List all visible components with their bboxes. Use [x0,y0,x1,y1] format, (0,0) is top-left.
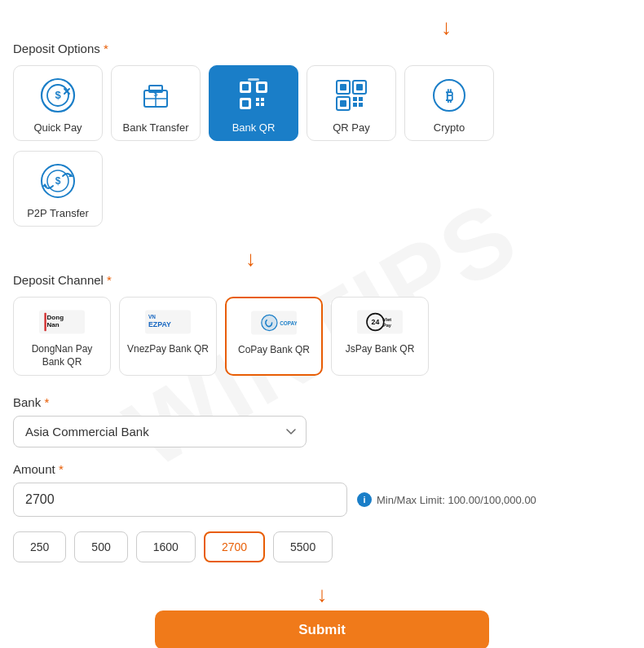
amount-field-section: Amount * i Min/Max Limit: 100.00/100,000… [13,462,631,517]
svg-rect-18 [256,103,259,106]
copay-label: CoPay Bank QR [238,344,310,357]
p2p-transfer-icon: $ [37,160,79,202]
svg-rect-11 [242,84,249,90]
quick-amount-250[interactable]: 250 [13,531,66,562]
svg-marker-37 [42,183,47,187]
svg-rect-22 [340,84,346,90]
submit-button[interactable]: Submit [155,611,489,648]
vnezpay-label: VnezPay Bank QR [127,343,209,356]
svg-text:VN: VN [148,314,156,320]
svg-rect-19 [261,103,264,106]
qr-pay-label: QR Pay [333,121,370,134]
limit-info: i Min/Max Limit: 100.00/100,000.00 [357,492,536,507]
svg-rect-15 [242,100,249,107]
quick-amounts: 250 500 1600 2700 5500 [13,531,631,562]
bank-qr-label: Bank QR [232,121,276,134]
info-icon: i [357,492,372,507]
crypto-label: Crypto [434,121,465,134]
p2p-transfer-label: P2P Transfer [27,207,89,219]
svg-rect-24 [356,84,363,90]
dongnan-label: DongNan Pay Bank QR [20,343,104,368]
amount-input[interactable] [13,483,347,517]
limit-text: Min/Max Limit: 100.00/100,000.00 [377,494,536,506]
deposit-options-arrow-icon: ↓ [441,15,452,40]
bank-qr-icon [232,74,275,117]
vnezpay-icon: VN EZPAY [145,306,191,338]
quick-pay-icon: $ [37,74,79,117]
quick-amount-2700[interactable]: 2700 [204,531,265,562]
submit-area: ↓ Submit [13,582,631,648]
quick-amount-500[interactable]: 500 [74,531,127,562]
dongnan-icon: Dong Nan [39,306,85,338]
deposit-options-label: Deposit Options * [13,42,631,55]
svg-rect-26 [340,100,346,107]
channel-dongnan[interactable]: Dong Nan DongNan Pay Bank QR [13,297,111,376]
svg-text:$: $ [55,89,61,101]
option-p2p-transfer[interactable]: $ P2P Transfer [13,151,103,227]
svg-rect-20 [248,78,259,81]
svg-rect-16 [256,98,259,101]
bank-field-label: Bank * [13,395,631,409]
svg-rect-27 [353,97,357,101]
svg-text:$: $ [153,90,157,98]
bank-transfer-label: Bank Transfer [123,121,189,134]
crypto-icon: ₿ [428,74,470,117]
svg-rect-17 [261,98,264,101]
svg-text:Nan: Nan [47,321,60,328]
svg-rect-29 [353,103,357,107]
bank-transfer-icon: $ [135,74,177,117]
option-crypto[interactable]: ₿ Crypto [404,65,494,141]
svg-rect-30 [359,103,363,107]
amount-field-label: Amount * [13,462,631,476]
deposit-options-row2: $ P2P Transfer [13,151,631,227]
bank-select[interactable]: Asia Commercial Bank Vietcombank BIDV Te… [13,416,307,447]
option-bank-transfer[interactable]: $ Bank Transfer [111,65,201,141]
deposit-channel-arrow-icon: ↓ [245,246,256,271]
deposit-channels: Dong Nan DongNan Pay Bank QR VN EZPAY Vn… [13,297,631,376]
svg-text:Viet: Viet [383,317,391,322]
deposit-channel-label: Deposit Channel * [13,273,631,287]
svg-rect-13 [258,84,265,90]
svg-rect-49 [357,311,403,334]
channel-copay[interactable]: COPAY CoPay Bank QR [225,297,323,376]
svg-text:Dong: Dong [47,314,64,321]
channel-jspay[interactable]: 24 Viet Pay JsPay Bank QR [331,297,429,376]
copay-icon: COPAY [251,306,297,339]
jspay-label: JsPay Bank QR [346,343,415,356]
svg-text:COPAY: COPAY [280,320,297,326]
svg-rect-28 [359,97,363,101]
svg-text:24: 24 [372,318,380,326]
deposit-options-row1: $ Quick Pay $ Bank Transfer [13,65,631,141]
svg-text:EZPAY: EZPAY [148,320,171,328]
svg-text:₿: ₿ [446,88,453,104]
option-qr-pay[interactable]: QR Pay [307,65,396,141]
channel-vnezpay[interactable]: VN EZPAY VnezPay Bank QR [119,297,217,376]
svg-text:Pay: Pay [383,323,392,328]
amount-row: i Min/Max Limit: 100.00/100,000.00 [13,483,631,517]
bank-field-section: Bank * Asia Commercial Bank Vietcombank … [13,395,631,447]
qr-pay-icon [330,74,373,117]
option-quick-pay[interactable]: $ Quick Pay [13,65,103,141]
svg-rect-41 [44,313,46,331]
svg-text:$: $ [55,175,61,187]
option-bank-qr[interactable]: Bank QR [209,65,298,141]
quick-pay-label: Quick Pay [33,121,82,134]
quick-amount-1600[interactable]: 1600 [136,531,196,562]
quick-amount-5500[interactable]: 5500 [273,531,333,562]
submit-arrow-icon: ↓ [317,582,328,607]
jspay-icon: 24 Viet Pay [357,306,403,338]
